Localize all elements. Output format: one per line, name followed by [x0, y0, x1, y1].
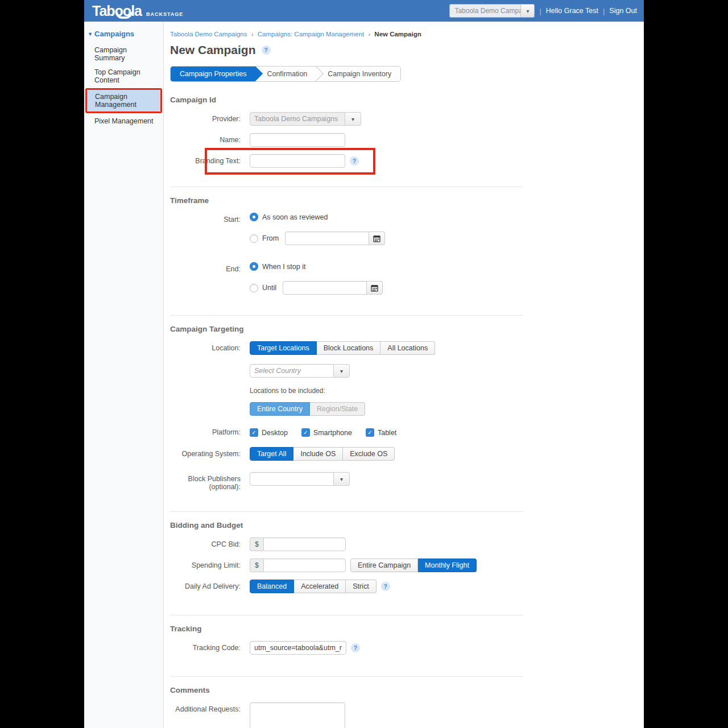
breadcrumb-link-campaign-management[interactable]: Campaigns: Campaign Management	[258, 31, 364, 38]
region-state-button[interactable]: Region/State	[310, 402, 365, 416]
location-label: Location:	[170, 341, 250, 352]
start-date-input[interactable]	[285, 231, 369, 245]
currency-prefix: $	[250, 559, 263, 572]
monthly-flight-button[interactable]: Monthly Flight	[418, 559, 477, 572]
account-selector-value[interactable]: Taboola Demo Campaigns	[450, 5, 520, 17]
included-button-group: Entire Country Region/State	[250, 402, 365, 416]
all-locations-button[interactable]: All Locations	[380, 341, 435, 355]
provider-select-value	[250, 112, 345, 126]
start-label: Start:	[170, 213, 250, 224]
name-label: Name:	[170, 133, 250, 144]
section-timeframe: Timeframe Start: As soon as reviewed Fro…	[170, 187, 523, 308]
platform-label: Platform:	[170, 428, 250, 436]
smartphone-label: Smartphone	[313, 429, 352, 437]
start-reviewed-radio[interactable]	[250, 213, 258, 221]
help-icon[interactable]: ?	[262, 46, 271, 55]
chevron-down-icon[interactable]: ▾	[334, 472, 350, 486]
provider-select: ▾	[250, 112, 361, 126]
branding-text-input[interactable]	[250, 154, 345, 168]
desktop-checkbox[interactable]: ✓	[250, 428, 258, 437]
os-button-group: Target All Include OS Exclude OS	[250, 447, 395, 461]
end-stop-radio[interactable]	[250, 262, 258, 271]
tracking-help-icon[interactable]: ?	[351, 643, 360, 652]
exclude-os-button[interactable]: Exclude OS	[343, 447, 395, 461]
sidebar-section-campaigns[interactable]: ▾ Campaigns	[84, 30, 163, 43]
location-button-group: Target Locations Block Locations All Loc…	[250, 341, 435, 355]
wizard-steps: Campaign Properties Confirmation Campaig…	[170, 66, 401, 82]
section-heading: Comments	[170, 686, 523, 694]
separator: |	[539, 7, 541, 15]
sidebar: ▾ Campaigns Campaign Summary Top Campaig…	[84, 22, 164, 728]
sidebar-item-top-campaign-content[interactable]: Top Campaign Content	[86, 65, 161, 87]
spending-limit-input[interactable]	[263, 559, 346, 572]
greeting-link[interactable]: Hello Grace Test	[546, 7, 598, 15]
branding-text-label: Branding Text:	[170, 154, 250, 165]
tablet-label: Tablet	[378, 429, 396, 437]
campaign-name-input[interactable]	[250, 133, 345, 147]
section-tracking: Tracking Tracking Code: ?	[170, 615, 523, 669]
section-heading: Tracking	[170, 624, 523, 633]
brand-subtitle: BACKSTAGE	[146, 11, 183, 17]
block-publishers-label: Block Publishers (optional):	[170, 472, 250, 491]
balanced-button[interactable]: Balanced	[250, 580, 294, 593]
sign-out-link[interactable]: Sign Out	[609, 7, 637, 15]
spending-limit-label: Spending Limit:	[170, 559, 250, 569]
section-heading: Bidding and Budget	[170, 521, 523, 530]
sidebar-item-campaign-management[interactable]: Campaign Management	[87, 90, 160, 111]
tab-campaign-properties[interactable]: Campaign Properties	[171, 67, 255, 81]
start-from-label: From	[262, 234, 279, 242]
entire-campaign-button[interactable]: Entire Campaign	[350, 559, 418, 572]
chevron-down-icon[interactable]: ▾	[520, 5, 534, 17]
end-stop-label: When I stop it	[262, 263, 305, 271]
end-until-label: Until	[262, 284, 276, 292]
main-content: Taboola Demo Campaigns › Campaigns: Camp…	[164, 22, 644, 728]
tab-confirmation[interactable]: Confirmation	[255, 67, 316, 81]
end-label: End:	[170, 262, 250, 273]
delivery-help-icon[interactable]: ?	[381, 582, 390, 591]
operating-system-label: Operating System:	[170, 447, 250, 458]
target-locations-button[interactable]: Target Locations	[250, 341, 317, 355]
section-heading: Campaign Targeting	[170, 325, 523, 333]
tablet-checkbox[interactable]: ✓	[366, 428, 374, 437]
annotation-box-sidebar: Campaign Management	[85, 88, 162, 113]
account-selector[interactable]: Taboola Demo Campaigns ▾	[449, 4, 535, 18]
sidebar-section-label: Campaigns	[94, 30, 134, 38]
sidebar-item-pixel-management[interactable]: Pixel Management	[86, 114, 161, 128]
accelerated-button[interactable]: Accelerated	[294, 580, 346, 593]
branding-help-icon[interactable]: ?	[350, 156, 359, 166]
additional-requests-textarea[interactable]	[250, 702, 345, 728]
breadcrumb: Taboola Demo Campaigns › Campaigns: Camp…	[170, 31, 638, 38]
breadcrumb-link-account[interactable]: Taboola Demo Campaigns	[170, 31, 247, 38]
calendar-icon[interactable]	[367, 281, 383, 295]
tracking-code-input[interactable]	[250, 641, 346, 655]
block-locations-button[interactable]: Block Locations	[317, 341, 381, 355]
end-date-input[interactable]	[283, 281, 367, 295]
cpc-bid-label: CPC Bid:	[170, 537, 250, 548]
entire-country-button[interactable]: Entire Country	[250, 402, 310, 416]
start-from-radio[interactable]	[250, 234, 258, 243]
block-publishers-input[interactable]	[250, 472, 334, 486]
daily-ad-delivery-label: Daily Ad Delivery:	[170, 580, 250, 590]
currency-prefix: $	[250, 537, 263, 551]
sidebar-item-campaign-summary[interactable]: Campaign Summary	[86, 43, 161, 65]
chevron-down-icon[interactable]: ▾	[334, 364, 350, 378]
cpc-bid-input[interactable]	[263, 537, 346, 551]
smartphone-checkbox[interactable]: ✓	[301, 428, 310, 437]
topbar-right: Taboola Demo Campaigns ▾ | Hello Grace T…	[449, 4, 637, 18]
target-all-button[interactable]: Target All	[250, 447, 293, 461]
include-os-button[interactable]: Include OS	[293, 447, 343, 461]
calendar-icon[interactable]	[369, 231, 385, 245]
breadcrumb-separator: ›	[368, 31, 370, 38]
section-campaign-id: Campaign Id Provider: ▾ Name:	[170, 94, 523, 180]
section-heading: Timeframe	[170, 196, 523, 205]
spending-mode-group: Entire Campaign Monthly Flight	[350, 559, 477, 572]
section-campaign-targeting: Campaign Targeting Location: Target Loca…	[170, 315, 523, 504]
taboola-logo: Taboola BACKSTAGE	[92, 4, 183, 18]
app-window: Taboola BACKSTAGE Taboola Demo Campaigns…	[84, 0, 644, 728]
desktop-label: Desktop	[262, 429, 288, 437]
top-bar: Taboola BACKSTAGE Taboola Demo Campaigns…	[84, 0, 644, 22]
strict-button[interactable]: Strict	[346, 580, 376, 593]
tab-campaign-inventory[interactable]: Campaign Inventory	[316, 67, 400, 81]
end-until-radio[interactable]	[250, 284, 258, 292]
select-country-input[interactable]	[250, 364, 334, 378]
